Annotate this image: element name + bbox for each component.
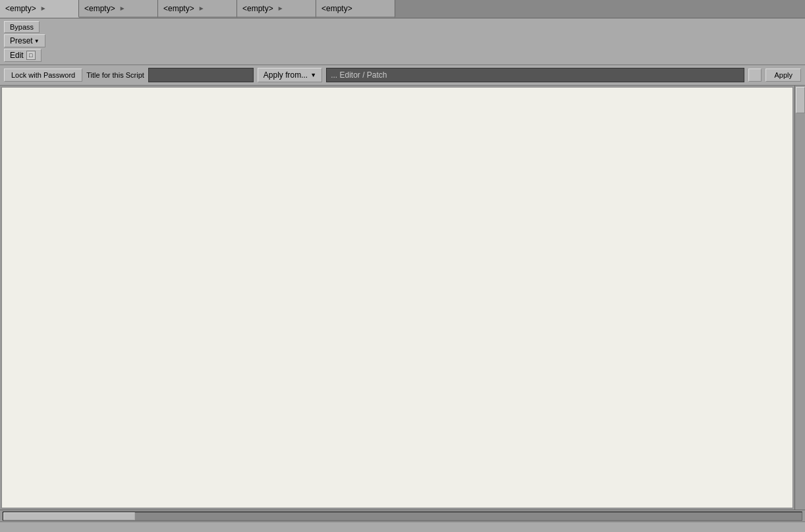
editor-patch-text: ... Editor / Patch	[331, 70, 387, 80]
bypass-button[interactable]: Bypass	[4, 21, 40, 33]
tab-2[interactable]: <empty> ►	[79, 0, 158, 18]
tab-2-arrow: ►	[119, 5, 126, 12]
preset-label: Preset	[10, 36, 33, 45]
horizontal-scroll-thumb[interactable]	[3, 512, 135, 520]
edit-label: Edit	[10, 51, 24, 60]
tab-3[interactable]: <empty> ►	[158, 0, 237, 18]
apply-from-label: Apply from...	[264, 70, 308, 80]
tab-4-label: <empty>	[242, 4, 273, 13]
tab-5-label: <empty>	[321, 4, 352, 13]
preset-dropdown-arrow: ▼	[34, 38, 40, 44]
tab-2-label: <empty>	[84, 4, 115, 13]
apply-from-button[interactable]: Apply from... ▼	[258, 68, 322, 82]
action-bar: Lock with Password Title for this Script…	[0, 65, 805, 86]
bottom-strip	[0, 521, 805, 532]
preset-button[interactable]: Preset ▼	[4, 34, 45, 47]
main-content	[0, 86, 805, 510]
toolbar-row2: Preset ▼	[4, 34, 801, 47]
vertical-scroll-thumb[interactable]	[796, 87, 805, 113]
apply-from-dropdown-arrow: ▼	[310, 72, 316, 78]
tab-1[interactable]: <empty> ►	[0, 0, 79, 18]
edit-button[interactable]: Edit □	[4, 49, 42, 62]
editor-patch-field: ... Editor / Patch	[326, 68, 744, 82]
tab-5[interactable]: <empty>	[316, 0, 395, 18]
script-title-input[interactable]	[148, 68, 254, 82]
tab-3-arrow: ►	[198, 5, 205, 12]
title-for-script-label: Title for this Script	[86, 71, 144, 79]
editor-area[interactable]	[1, 87, 793, 508]
lock-password-button[interactable]: Lock with Password	[4, 68, 82, 82]
tab-1-arrow: ►	[40, 5, 47, 12]
toolbar: Bypass Preset ▼ Edit □	[0, 18, 805, 65]
tab-bar: <empty> ► <empty> ► <empty> ► <empty> ► …	[0, 0, 805, 18]
tab-4-arrow: ►	[277, 5, 284, 12]
apply-checkbox[interactable]	[748, 68, 762, 82]
apply-button[interactable]: Apply	[765, 68, 801, 82]
horizontal-scrollbar[interactable]	[3, 512, 802, 521]
toolbar-row1: Bypass	[4, 21, 801, 33]
app-container: <empty> ► <empty> ► <empty> ► <empty> ► …	[0, 0, 805, 532]
toolbar-row3: Edit □	[4, 49, 801, 62]
bottom-bar	[0, 510, 805, 521]
edit-icon: □	[26, 51, 36, 60]
tab-1-label: <empty>	[5, 4, 36, 13]
vertical-scrollbar[interactable]	[794, 86, 805, 510]
tab-4[interactable]: <empty> ►	[237, 0, 316, 18]
tab-3-label: <empty>	[163, 4, 194, 13]
